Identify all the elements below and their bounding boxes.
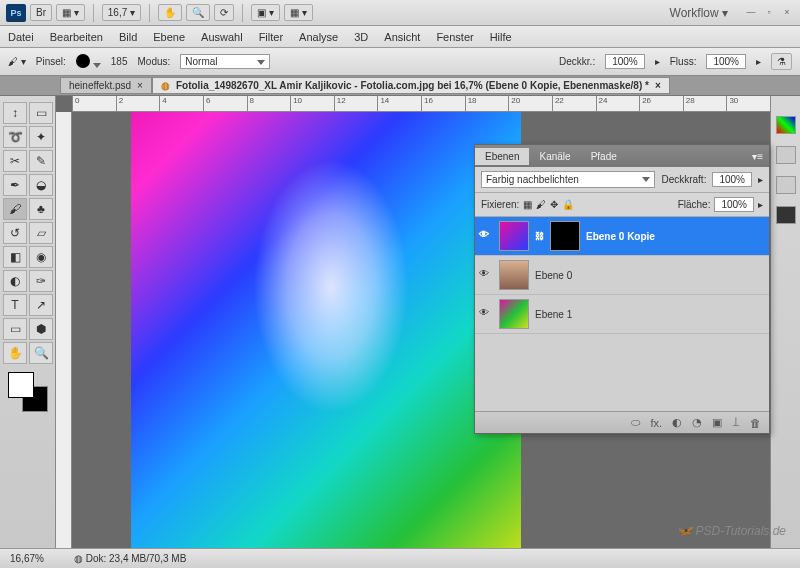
layer-thumbnail[interactable]	[499, 221, 529, 251]
visibility-icon[interactable]: 👁	[479, 229, 493, 243]
brush-tool-icon[interactable]: 🖌 ▾	[8, 56, 26, 67]
lock-label: Fixieren:	[481, 199, 519, 210]
layer-name[interactable]: Ebene 1	[535, 309, 572, 320]
pen-tool[interactable]: ✑	[29, 270, 53, 292]
workspace-selector[interactable]: Workflow ▾	[670, 6, 728, 20]
airbrush-icon[interactable]: ⚗	[771, 53, 792, 70]
foreground-swatch[interactable]	[8, 372, 34, 398]
film-button[interactable]: ▦ ▾	[56, 4, 85, 21]
menu-fenster[interactable]: Fenster	[436, 31, 473, 43]
layer-row[interactable]: 👁 Ebene 0	[475, 256, 769, 295]
fx-icon[interactable]: fx.	[650, 417, 662, 429]
blur-tool[interactable]: ◉	[29, 246, 53, 268]
lock-pixels-icon[interactable]: 🖌	[536, 199, 546, 210]
color-swatches[interactable]	[8, 372, 48, 412]
menu-bearbeiten[interactable]: Bearbeiten	[50, 31, 103, 43]
path-tool[interactable]: ↗	[29, 294, 53, 316]
new-layer-icon[interactable]: ⟘	[732, 416, 740, 429]
menu-filter[interactable]: Filter	[259, 31, 283, 43]
mask-icon[interactable]: ◐	[672, 416, 682, 429]
3d-tool[interactable]: ⬢	[29, 318, 53, 340]
layer-row[interactable]: 👁 Ebene 1	[475, 295, 769, 334]
lasso-tool[interactable]: ➰	[3, 126, 27, 148]
layer-fill-input[interactable]: 100%	[714, 197, 754, 212]
menu-bild[interactable]: Bild	[119, 31, 137, 43]
link-layers-icon[interactable]: ⬭	[631, 416, 640, 429]
menu-datei[interactable]: Datei	[8, 31, 34, 43]
lock-all-icon[interactable]: 🔒	[562, 199, 574, 210]
minimize-icon[interactable]: —	[744, 7, 758, 19]
move-tool[interactable]: ↕	[3, 102, 27, 124]
layer-name[interactable]: Ebene 0	[535, 270, 572, 281]
tab-close-icon[interactable]: ×	[137, 80, 143, 91]
bridge-button[interactable]: Br	[30, 4, 52, 21]
dock-styles-icon[interactable]	[776, 176, 796, 194]
zoom-tool[interactable]: 🔍	[29, 342, 53, 364]
group-icon[interactable]: ▣	[712, 416, 722, 429]
slice-tool[interactable]: ✎	[29, 150, 53, 172]
layers-panel[interactable]: Ebenen Kanäle Pfade ▾≡ Farbig nachbelich…	[474, 144, 770, 434]
wand-tool[interactable]: ✦	[29, 126, 53, 148]
brush-preset[interactable]	[76, 54, 101, 70]
menu-3d[interactable]: 3D	[354, 31, 368, 43]
zoom-level[interactable]: 16,7 ▾	[102, 4, 141, 21]
delete-layer-icon[interactable]: 🗑	[750, 417, 761, 429]
close-icon[interactable]: ×	[780, 7, 794, 19]
layer-thumbnail[interactable]	[499, 260, 529, 290]
screen-mode-icon[interactable]: ▣ ▾	[251, 4, 280, 21]
heal-tool[interactable]: ◒	[29, 174, 53, 196]
layer-blend-select[interactable]: Farbig nachbelichten	[481, 171, 655, 188]
menu-auswahl[interactable]: Auswahl	[201, 31, 243, 43]
tab-label: Fotolia_14982670_XL Amir Kaljikovic - Fo…	[176, 80, 649, 91]
menu-hilfe[interactable]: Hilfe	[490, 31, 512, 43]
zoom-percentage[interactable]: 16,67%	[10, 553, 44, 564]
rotate-icon[interactable]: ⟳	[214, 4, 234, 21]
adjustment-icon[interactable]: ◔	[692, 416, 702, 429]
layer-name[interactable]: Ebene 0 Kopie	[586, 231, 655, 242]
tab-kanaele[interactable]: Kanäle	[529, 148, 580, 165]
menu-analyse[interactable]: Analyse	[299, 31, 338, 43]
lock-position-icon[interactable]: ✥	[550, 199, 558, 210]
shape-tool[interactable]: ▭	[3, 318, 27, 340]
layer-mask-thumbnail[interactable]	[550, 221, 580, 251]
brush-tool[interactable]: 🖌	[3, 198, 27, 220]
zoom-icon[interactable]: 🔍	[186, 4, 210, 21]
blend-mode-select[interactable]: Normal	[180, 54, 270, 69]
dock-color-icon[interactable]	[776, 116, 796, 134]
file-tab-active[interactable]: ◍ Fotolia_14982670_XL Amir Kaljikovic - …	[152, 77, 670, 94]
history-brush-tool[interactable]: ↺	[3, 222, 27, 244]
flow-input[interactable]: 100%	[706, 54, 746, 69]
mask-link-icon[interactable]: ⛓	[535, 231, 544, 241]
dodge-tool[interactable]: ◐	[3, 270, 27, 292]
visibility-icon[interactable]: 👁	[479, 268, 493, 282]
lock-transparency-icon[interactable]: ▦	[523, 199, 532, 210]
eraser-tool[interactable]: ▱	[29, 222, 53, 244]
dock-swatches-icon[interactable]	[776, 146, 796, 164]
arrange-icon[interactable]: ▦ ▾	[284, 4, 313, 21]
eyedropper-tool[interactable]: ✒	[3, 174, 27, 196]
opacity-input[interactable]: 100%	[605, 54, 645, 69]
type-tool[interactable]: T	[3, 294, 27, 316]
panel-menu-icon[interactable]: ▾≡	[752, 151, 763, 162]
hand-tool[interactable]: ✋	[3, 342, 27, 364]
menu-ebene[interactable]: Ebene	[153, 31, 185, 43]
gradient-tool[interactable]: ◧	[3, 246, 27, 268]
menu-ansicht[interactable]: Ansicht	[384, 31, 420, 43]
layer-row[interactable]: 👁 ⛓ Ebene 0 Kopie	[475, 217, 769, 256]
crop-tool[interactable]: ✂	[3, 150, 27, 172]
layer-opacity-input[interactable]: 100%	[712, 172, 752, 187]
tab-close-icon[interactable]: ×	[655, 80, 661, 91]
maximize-icon[interactable]: ▫	[762, 7, 776, 19]
document-canvas[interactable]	[131, 112, 521, 548]
document-info[interactable]: ◍ Dok: 23,4 MB/70,3 MB	[74, 553, 186, 564]
options-bar: 🖌 ▾ Pinsel: 185 Modus: Normal Deckkr.: 1…	[0, 48, 800, 76]
stamp-tool[interactable]: ♣	[29, 198, 53, 220]
visibility-icon[interactable]: 👁	[479, 307, 493, 321]
layer-thumbnail[interactable]	[499, 299, 529, 329]
dock-adjustments-icon[interactable]	[776, 206, 796, 224]
hand-icon[interactable]: ✋	[158, 4, 182, 21]
selection-tool[interactable]: ▭	[29, 102, 53, 124]
tab-ebenen[interactable]: Ebenen	[475, 148, 529, 165]
file-tab[interactable]: heineffekt.psd ×	[60, 77, 152, 94]
tab-pfade[interactable]: Pfade	[581, 148, 627, 165]
